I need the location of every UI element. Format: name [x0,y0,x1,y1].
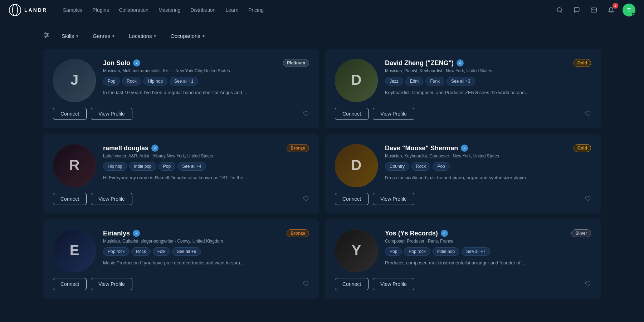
tag[interactable]: Folk [153,247,170,256]
svg-text:E: E [70,242,79,258]
see-all-tags[interactable]: See all +4 [177,162,206,171]
nav-actions: 2 T [554,4,635,16]
tag[interactable]: Hip hop [103,162,127,171]
verified-badge: ✓ [461,145,468,152]
occupations-filter[interactable]: Occupations ▾ [165,30,210,42]
connect-button[interactable]: Connect [53,193,87,205]
view-profile-button[interactable]: View Profile [373,193,414,205]
view-profile-button[interactable]: View Profile [91,278,132,290]
profile-description: Music Production If you have pre-recorde… [103,259,309,267]
profile-card-eirianlys: E Eirianlys ✓ Bronze Musician, Guitarist… [43,219,319,299]
tag[interactable]: Pop [433,162,449,171]
tag[interactable]: Pop [103,77,120,86]
profile-avatar: D [335,59,378,102]
card-name-row: Eirianlys ✓ [103,230,140,237]
tag[interactable]: Edm [405,77,424,86]
tag[interactable]: Rock [131,247,150,256]
card-info: David Zheng ("ZENG") ✓ Gold Musician, Pi… [385,59,591,96]
nav-link-learn[interactable]: Learn [221,4,243,16]
tag[interactable]: Hip hop [143,77,167,86]
profiles-grid: J Jon Solo ✓ Platinum Musician, Multi-in… [0,49,644,313]
svg-text:D: D [351,72,362,88]
connect-button[interactable]: Connect [335,278,369,290]
tag[interactable]: Country [385,162,409,171]
profile-card-yos-records: Y Yos (Ys Records) ✓ Silver Composer, Pr… [325,219,601,299]
card-name-row: Dave "Moose" Sherman ✓ [385,145,468,152]
locations-label: Locations [129,33,152,39]
card-name-row: David Zheng ("ZENG") ✓ [385,59,464,67]
favorite-button[interactable]: ♡ [303,109,309,118]
connect-button[interactable]: Connect [53,108,87,120]
profile-tags: Pop rockRockFolkSee all +6 [103,247,309,256]
search-button[interactable] [554,4,565,16]
profile-card-ramell-douglas: R ramell douglas ✓ Bronze Label owner, A… [43,134,319,214]
tag[interactable]: Pop [158,162,175,171]
chat-button[interactable] [571,4,582,16]
tag[interactable]: Pop rock [103,247,129,256]
skills-filter[interactable]: Skills ▾ [56,30,84,42]
profile-avatar: J [53,59,96,102]
user-avatar[interactable]: T [623,4,635,16]
view-profile-button[interactable]: View Profile [373,278,414,290]
nav-link-plugins[interactable]: Plugins [88,4,113,16]
svg-point-7 [47,34,48,35]
tag[interactable]: Rock [122,77,141,86]
see-all-tags[interactable]: See all +7 [462,247,490,256]
nav-link-mastering[interactable]: Mastering [154,4,185,16]
tag[interactable]: Jazz [385,77,403,86]
profile-subtitle: Label owner, A&R, Artist · Albany New Yo… [103,153,309,158]
tier-badge: Gold [574,59,591,67]
see-all-tags[interactable]: See all +1 [170,77,198,86]
card-name-row: ramell douglas ✓ [103,145,158,152]
svg-text:R: R [69,157,80,173]
favorite-button[interactable]: ♡ [303,195,309,203]
card-top: E Eirianlys ✓ Bronze Musician, Guitarist… [53,229,309,272]
view-profile-button[interactable]: View Profile [91,108,132,120]
profile-description: Hi Everyone my name is Ramell Douglas al… [103,174,309,181]
nav-link-samples[interactable]: Samples [59,4,87,16]
tag[interactable]: Pop rock [404,247,430,256]
tag[interactable]: Rock [411,162,430,171]
card-info: Yos (Ys Records) ✓ Silver Composer, Prod… [385,229,591,267]
favorite-button[interactable]: ♡ [585,109,591,118]
nav-link-pricing[interactable]: Pricing [244,4,268,16]
verified-badge: ✓ [133,59,140,67]
profile-avatar: Y [335,229,378,272]
tag[interactable]: Indie pop [433,247,459,256]
locations-chevron: ▾ [154,34,156,39]
svg-text:Y: Y [352,242,361,258]
see-all-tags[interactable]: See all +6 [172,247,201,256]
connect-button[interactable]: Connect [53,278,87,290]
profile-description: In the last 10 years I've been a regular… [103,89,309,96]
notifications-button[interactable]: 2 [605,4,617,16]
profile-subtitle: Musician, Multi-instrumentalist, Ke... ·… [103,68,309,73]
view-profile-button[interactable]: View Profile [91,193,132,205]
profile-name: Dave "Moose" Sherman [385,145,458,152]
nav-logo[interactable]: LANDR [9,4,47,16]
favorite-button[interactable]: ♡ [585,195,591,203]
card-header: ramell douglas ✓ Bronze [103,144,309,152]
tier-badge: Bronze [287,144,309,152]
see-all-tags[interactable]: See all +3 [447,77,475,86]
svg-point-1 [13,4,18,15]
connect-button[interactable]: Connect [335,193,369,205]
card-actions: Connect View Profile ♡ [335,108,591,120]
profile-description: Producer, composer, multi-instrumentalis… [385,259,591,267]
nav-link-distribution[interactable]: Distribution [186,4,220,16]
filter-settings-button[interactable] [43,31,50,40]
verified-badge: ✓ [133,230,140,237]
tag[interactable]: Funk [425,77,444,86]
tag[interactable]: Pop [385,247,402,256]
connect-button[interactable]: Connect [335,108,369,120]
genres-filter[interactable]: Genres ▾ [87,30,120,42]
nav-link-collaboration[interactable]: Collaboration [114,4,153,16]
notification-count: 2 [613,3,618,9]
card-top: Y Yos (Ys Records) ✓ Silver Composer, Pr… [335,229,591,272]
favorite-button[interactable]: ♡ [585,280,591,288]
locations-filter[interactable]: Locations ▾ [123,30,162,42]
view-profile-button[interactable]: View Profile [373,108,414,120]
card-info: Dave "Moose" Sherman ✓ Gold Musician, Ke… [385,144,591,181]
favorite-button[interactable]: ♡ [303,280,309,288]
mail-button[interactable] [588,4,600,16]
tag[interactable]: Indie pop [129,162,156,171]
